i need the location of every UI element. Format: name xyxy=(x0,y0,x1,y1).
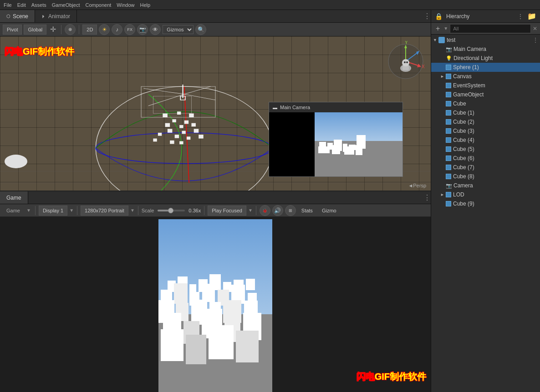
stats-icon-btn[interactable]: ⊞ xyxy=(285,205,296,216)
hierarchy-item-label: Canvas xyxy=(453,73,472,80)
gizmo-select[interactable]: Gizmos xyxy=(163,25,194,34)
svg-rect-18 xyxy=(191,123,195,127)
hierarchy-item-cube--5-[interactable]: Cube (5) xyxy=(431,145,540,154)
scene-viewport[interactable]: 闪电GIF制作软件 xyxy=(0,36,431,191)
hierarchy-item-main-camera[interactable]: 📷 Main Camera xyxy=(431,45,540,54)
menu-gameobject[interactable]: GameObject xyxy=(52,2,80,8)
svg-rect-19 xyxy=(168,129,173,132)
animator-tab-icon: ⏵ xyxy=(41,14,46,19)
hierarchy-item-cube--2-[interactable]: Cube (2) xyxy=(431,117,540,126)
volume-btn[interactable]: 🔊 xyxy=(272,205,283,216)
menu-edit[interactable]: Edit xyxy=(17,2,26,8)
game-sep-2 xyxy=(77,206,77,215)
hierarchy-panel: 🔒 Hierarchy ⋮ 📁 + ▼ ✕ ▼ test ⋮ 📷 Main Ca… xyxy=(431,10,540,392)
menu-window[interactable]: Window xyxy=(117,2,134,8)
hierarchy-item-label: Cube (6) xyxy=(453,155,474,161)
svg-rect-28 xyxy=(153,139,157,142)
menu-file[interactable]: File xyxy=(4,2,12,8)
svg-rect-26 xyxy=(170,141,174,144)
hierarchy-item-cube--8-[interactable]: Cube (8) xyxy=(431,172,540,181)
hierarchy-item-lod[interactable]: ► LOD xyxy=(431,190,540,199)
hierarchy-more-btn[interactable]: ⋮ xyxy=(517,13,524,20)
resolution-button[interactable]: 1280x720 Portrait xyxy=(81,206,128,216)
stats-button[interactable]: Stats xyxy=(298,206,316,216)
hierarchy-item-cube--9-[interactable]: Cube (9) xyxy=(431,199,540,208)
mute-btn[interactable]: 🐞 xyxy=(260,205,270,216)
game-sep-3 xyxy=(138,206,138,215)
game-tab[interactable]: Game xyxy=(0,191,28,204)
camera-preview-content xyxy=(269,112,402,176)
scene-cam-btn[interactable]: 📷 xyxy=(137,24,148,35)
scene-tab-icon: ⬡ xyxy=(6,14,10,19)
svg-point-44 xyxy=(406,61,408,63)
game-tab-more[interactable]: ⋮ xyxy=(423,193,431,202)
scene-area: ⬡ Scene ⏵ Animator ⋮ Pivot Global ✛ ⊕ 2D… xyxy=(0,10,431,191)
hierarchy-item-label: Main Camera xyxy=(453,46,486,52)
gizmo-visibility-btn[interactable]: 👁 xyxy=(150,24,161,35)
game-sep-1 xyxy=(35,206,36,215)
svg-rect-21 xyxy=(194,129,199,132)
hierarchy-item-canvas[interactable]: ► Canvas xyxy=(431,72,540,81)
hierarchy-item-cube--1-[interactable]: Cube (1) xyxy=(431,108,540,117)
2d-button[interactable]: 2D xyxy=(82,25,97,35)
menu-assets[interactable]: Assets xyxy=(31,2,46,8)
svg-rect-11 xyxy=(163,114,168,117)
hierarchy-add-btn[interactable]: + xyxy=(434,25,442,33)
hierarchy-item-eventsystem[interactable]: EventSystem xyxy=(431,81,540,90)
hierarchy-search[interactable] xyxy=(450,24,531,33)
pivot-button[interactable]: Pivot xyxy=(3,25,22,35)
global-button[interactable]: Global xyxy=(24,25,46,35)
svg-text:X: X xyxy=(422,64,425,69)
persp-label: ◄Persp xyxy=(408,183,426,188)
scene-tab[interactable]: ⬡ Scene xyxy=(0,10,35,22)
animator-tab[interactable]: ⏵ Animator xyxy=(35,10,77,22)
game-display-label: Game xyxy=(3,206,24,216)
small-sphere-object xyxy=(5,155,27,168)
hierarchy-item-label: Cube (3) xyxy=(453,128,474,134)
hierarchy-list[interactable]: ▼ test ⋮ 📷 Main Camera 💡 Directional Lig… xyxy=(431,35,540,392)
scene-tab-more[interactable]: ⋮ xyxy=(423,12,431,20)
hierarchy-toolbar: + ▼ ✕ xyxy=(431,23,540,35)
svg-point-2 xyxy=(96,86,273,191)
hierarchy-item-sphere--1-[interactable]: Sphere (1) xyxy=(431,63,540,72)
hierarchy-item-cube[interactable]: Cube xyxy=(431,99,540,108)
display-button[interactable]: Display 1 xyxy=(39,206,67,216)
svg-point-42 xyxy=(402,59,409,66)
hierarchy-item-cube--7-[interactable]: Cube (7) xyxy=(431,163,540,172)
test-options-btn[interactable]: ⋮ xyxy=(533,37,538,43)
menu-help[interactable]: Help xyxy=(140,2,150,8)
hierarchy-item-directional-light[interactable]: 💡 Directional Light xyxy=(431,54,540,63)
camera-preview-right xyxy=(315,112,402,176)
hierarchy-header: 🔒 Hierarchy ⋮ 📁 xyxy=(431,10,540,23)
scene-tab-label: Scene xyxy=(13,13,28,20)
menu-component[interactable]: Component xyxy=(85,2,111,8)
lighting-btn[interactable]: ☀ xyxy=(99,24,110,35)
hierarchy-item-cube--3-[interactable]: Cube (3) xyxy=(431,126,540,136)
hierarchy-item-camera[interactable]: 📷 Camera xyxy=(431,181,540,190)
svg-point-43 xyxy=(404,61,406,63)
gizmos-button[interactable]: Gizmo xyxy=(318,206,340,216)
scale-value: 0.36x xyxy=(188,208,201,213)
scale-label: Scale xyxy=(142,208,154,213)
game-sep-4 xyxy=(204,206,204,215)
search-clear-btn[interactable]: ✕ xyxy=(533,25,537,32)
hierarchy-item-label: Sphere (1) xyxy=(453,64,479,70)
fx-btn[interactable]: FX xyxy=(124,24,135,35)
svg-text:Y: Y xyxy=(405,41,408,45)
play-focused-button[interactable]: Play Focused xyxy=(208,206,246,216)
hierarchy-item-test[interactable]: ▼ test ⋮ xyxy=(431,35,540,45)
search-scene-btn[interactable]: 🔍 xyxy=(195,24,206,35)
svg-rect-17 xyxy=(179,125,183,128)
watermark-bottom: 闪电GIF制作软件 xyxy=(357,371,426,383)
camera-preview-left xyxy=(269,112,315,176)
hierarchy-item-label: GameObject xyxy=(453,91,484,98)
transform-gizmo-btn[interactable]: ⊕ xyxy=(65,24,76,35)
game-buildings-container xyxy=(158,219,272,392)
audio-btn[interactable]: ♪ xyxy=(112,24,122,35)
game-sep-5 xyxy=(256,206,256,215)
game-area: Game ⋮ Game ▼ Display 1 ▼ 1280x720 Portr… xyxy=(0,191,431,392)
hierarchy-add-folder-btn[interactable]: 📁 xyxy=(527,12,536,20)
hierarchy-item-cube--4-[interactable]: Cube (4) xyxy=(431,136,540,145)
hierarchy-item-cube--6-[interactable]: Cube (6) xyxy=(431,154,540,163)
hierarchy-item-gameobject[interactable]: GameObject xyxy=(431,90,540,99)
